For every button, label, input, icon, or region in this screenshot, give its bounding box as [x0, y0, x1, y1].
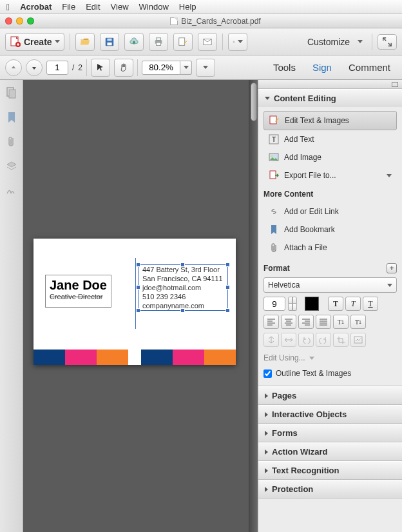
- replace-image-button[interactable]: [350, 333, 366, 347]
- scrollbar-thumb[interactable]: [251, 83, 257, 121]
- panel-action-wizard-header[interactable]: Action Wizard: [258, 442, 402, 460]
- selection-handle[interactable]: [136, 262, 140, 267]
- panel-text-recognition-header[interactable]: Text Recognition: [258, 461, 402, 479]
- panel-interactive-objects-header[interactable]: Interactive Objects: [258, 405, 402, 423]
- flip-horizontal-button[interactable]: [281, 333, 296, 347]
- chevron-down-icon: [309, 357, 314, 360]
- fullscreen-button[interactable]: [378, 34, 397, 50]
- align-left-button[interactable]: [263, 315, 279, 329]
- arrow-up-icon: [10, 64, 17, 72]
- cloud-button[interactable]: [124, 33, 144, 51]
- mac-menubar:  Acrobat File Edit View Window Help: [0, 0, 402, 14]
- selection-handle[interactable]: [136, 285, 140, 290]
- rotate-ccw-button[interactable]: [298, 333, 314, 347]
- font-size-input[interactable]: [263, 297, 285, 311]
- next-page-button[interactable]: [26, 59, 43, 76]
- vertical-scrollbar[interactable]: [249, 80, 258, 532]
- chevron-down-icon: [184, 66, 189, 69]
- name-text-box[interactable]: Jane Doe Creative Director: [45, 275, 111, 308]
- chevron-down-icon: [358, 40, 363, 43]
- page-thumbnails-icon[interactable]: [5, 86, 18, 99]
- contact-text-box-selected[interactable]: 447 Battery St, 3rd Floor San Francisco,…: [138, 264, 228, 311]
- menu-window[interactable]: Window: [139, 2, 169, 12]
- add-text-tool[interactable]: T Add Text: [263, 130, 397, 148]
- add-bookmark-tool[interactable]: Add Bookmark: [263, 221, 397, 239]
- edit-using-dropdown[interactable]: Edit Using...: [263, 353, 397, 362]
- tab-tools[interactable]: Tools: [267, 62, 302, 73]
- printer-icon: [153, 37, 164, 47]
- crop-button[interactable]: [333, 333, 349, 347]
- zoom-menu-button[interactable]: [196, 59, 215, 77]
- align-right-button[interactable]: [298, 315, 314, 329]
- open-button[interactable]: [75, 33, 95, 51]
- subscript-button[interactable]: T1: [350, 315, 366, 329]
- bookmarks-icon[interactable]: [5, 111, 18, 124]
- svg-rect-3: [107, 38, 111, 41]
- selection-handle[interactable]: [180, 308, 185, 313]
- format-expand-button[interactable]: +: [387, 263, 397, 273]
- align-left-icon: [267, 318, 276, 326]
- align-center-button[interactable]: [281, 315, 296, 329]
- edit-text-images-tool[interactable]: Edit Text & Images: [263, 111, 397, 130]
- signatures-icon[interactable]: [5, 184, 18, 197]
- selection-handle[interactable]: [180, 262, 185, 267]
- italic-button[interactable]: T: [345, 297, 361, 311]
- customize-button[interactable]: Customize: [303, 33, 367, 51]
- hand-tool-button[interactable]: [114, 59, 133, 77]
- selection-handle[interactable]: [225, 285, 230, 290]
- zoom-input[interactable]: [142, 61, 180, 75]
- export-file-tool[interactable]: Export File to...: [263, 166, 397, 184]
- font-family-select[interactable]: Helvetica: [263, 277, 397, 293]
- superscript-button[interactable]: T1: [333, 315, 349, 329]
- outline-text-images-checkbox[interactable]: Outline Text & Images: [263, 369, 397, 378]
- selection-handle[interactable]: [136, 308, 140, 313]
- flip-vertical-button[interactable]: [263, 333, 279, 347]
- minimize-window-button[interactable]: [16, 17, 23, 25]
- font-size-stepper[interactable]: [288, 297, 297, 311]
- selection-handle[interactable]: [225, 308, 230, 313]
- panel-protection-header[interactable]: Protection: [258, 480, 402, 498]
- bold-button[interactable]: T: [328, 297, 343, 311]
- panel-options-button[interactable]: [258, 80, 402, 89]
- page-number-input[interactable]: [46, 61, 68, 75]
- email-button[interactable]: [198, 33, 217, 51]
- panel-pages-header[interactable]: Pages: [258, 386, 402, 404]
- underline-button[interactable]: T: [363, 297, 378, 311]
- svg-text:T: T: [272, 135, 276, 143]
- print-button[interactable]: [149, 33, 168, 51]
- add-image-tool[interactable]: Add Image: [263, 148, 397, 166]
- save-button[interactable]: [100, 33, 119, 51]
- close-window-button[interactable]: [5, 17, 12, 25]
- more-content-label: More Content: [263, 190, 397, 199]
- svg-rect-12: [9, 90, 15, 98]
- app-menu[interactable]: Acrobat: [20, 2, 52, 12]
- menu-view[interactable]: View: [111, 2, 129, 12]
- attach-file-tool[interactable]: Attach a File: [263, 239, 397, 257]
- align-justify-button[interactable]: [316, 315, 331, 329]
- menu-file[interactable]: File: [62, 2, 75, 12]
- create-button[interactable]: Create: [5, 33, 64, 51]
- panel-content-editing-header[interactable]: Content Editing: [258, 89, 402, 107]
- page-separator: /: [72, 63, 74, 72]
- menu-edit[interactable]: Edit: [86, 2, 100, 12]
- edit-doc-button[interactable]: [173, 33, 193, 51]
- document-viewport[interactable]: Jane Doe Creative Director 447 Battery S…: [23, 80, 258, 532]
- text-color-swatch[interactable]: [305, 297, 319, 311]
- zoom-window-button[interactable]: [27, 17, 34, 25]
- selection-handle[interactable]: [225, 262, 230, 267]
- layers-icon[interactable]: [5, 160, 18, 173]
- apple-menu-icon[interactable]: : [6, 2, 10, 12]
- add-edit-link-tool[interactable]: Add or Edit Link: [263, 202, 397, 221]
- panel-forms-header[interactable]: Forms: [258, 424, 402, 442]
- tab-comment[interactable]: Comment: [342, 62, 397, 73]
- disclosure-triangle-icon: [265, 412, 268, 417]
- pdf-page: Jane Doe Creative Director 447 Battery S…: [34, 239, 236, 365]
- prev-page-button[interactable]: [5, 59, 22, 76]
- settings-button[interactable]: [228, 33, 247, 51]
- zoom-dropdown-button[interactable]: [180, 61, 192, 75]
- attachments-icon[interactable]: [5, 135, 18, 148]
- menu-help[interactable]: Help: [179, 2, 196, 12]
- tab-sign[interactable]: Sign: [306, 62, 338, 73]
- rotate-cw-button[interactable]: [316, 333, 331, 347]
- select-tool-button[interactable]: [91, 59, 110, 77]
